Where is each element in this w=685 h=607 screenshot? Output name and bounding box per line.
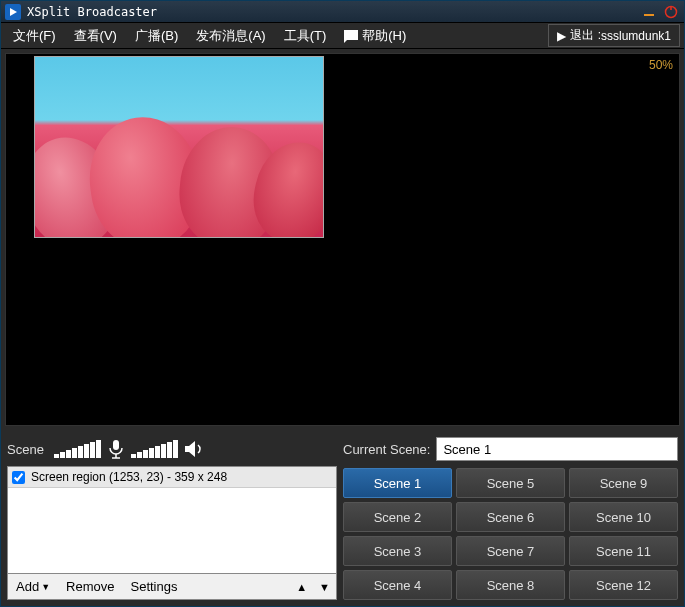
microphone-icon[interactable]: [107, 439, 125, 459]
current-scene-input[interactable]: [436, 437, 678, 461]
scene-button-3[interactable]: Scene 3: [343, 536, 452, 566]
svg-marker-7: [185, 441, 195, 457]
menu-help-label: 帮助(H): [362, 28, 406, 43]
app-icon: [5, 4, 21, 20]
bottom-panel: Scene Screen region (1253, 23) - 359 x 2…: [1, 430, 684, 606]
scene-heading: Scene: [7, 442, 44, 457]
scene-button-2[interactable]: Scene 2: [343, 502, 452, 532]
username-label: ssslumdunk1: [601, 29, 671, 43]
remove-label: Remove: [66, 579, 114, 594]
menubar: 文件(F) 查看(V) 广播(B) 发布消息(A) 工具(T) 帮助(H) ▶退…: [1, 23, 684, 49]
source-item[interactable]: Screen region (1253, 23) - 359 x 248: [8, 467, 336, 488]
move-down-button[interactable]: ▼: [313, 581, 336, 593]
scene-button-4[interactable]: Scene 4: [343, 570, 452, 600]
settings-label: Settings: [130, 579, 177, 594]
chat-icon: [344, 30, 358, 40]
menu-view[interactable]: 查看(V): [66, 24, 125, 48]
menu-file[interactable]: 文件(F): [5, 24, 64, 48]
minimize-button[interactable]: [640, 4, 658, 20]
sources-panel: Scene Screen region (1253, 23) - 359 x 2…: [7, 436, 337, 600]
current-scene-label: Current Scene:: [343, 442, 430, 457]
svg-marker-0: [10, 8, 17, 16]
menu-help[interactable]: 帮助(H): [336, 24, 414, 48]
scene-button-11[interactable]: Scene 11: [569, 536, 678, 566]
remove-source-button[interactable]: Remove: [58, 574, 122, 599]
preview-area[interactable]: 50%: [5, 53, 680, 426]
scene-button-8[interactable]: Scene 8: [456, 570, 565, 600]
move-up-button[interactable]: ▲: [290, 581, 313, 593]
source-settings-button[interactable]: Settings: [122, 574, 185, 599]
svg-rect-4: [113, 440, 119, 450]
scene-grid: Scene 1Scene 5Scene 9Scene 2Scene 6Scene…: [343, 468, 678, 600]
caret-down-icon: ▼: [41, 582, 50, 592]
current-scene-row: Current Scene:: [343, 436, 678, 462]
scene-button-10[interactable]: Scene 10: [569, 502, 678, 532]
menu-broadcast[interactable]: 广播(B): [127, 24, 186, 48]
menu-publish[interactable]: 发布消息(A): [188, 24, 273, 48]
source-toolbar: Add▼ Remove Settings ▲ ▼: [7, 574, 337, 600]
add-source-button[interactable]: Add▼: [8, 574, 58, 599]
source-item-label: Screen region (1253, 23) - 359 x 248: [31, 470, 227, 484]
play-icon: ▶: [557, 29, 566, 43]
source-list[interactable]: Screen region (1253, 23) - 359 x 248: [7, 466, 337, 574]
mic-vu-meter[interactable]: [54, 440, 101, 458]
scene-button-9[interactable]: Scene 9: [569, 468, 678, 498]
scene-button-12[interactable]: Scene 12: [569, 570, 678, 600]
close-button[interactable]: [662, 4, 680, 20]
audio-row: Scene: [7, 436, 337, 462]
scene-button-1[interactable]: Scene 1: [343, 468, 452, 498]
add-label: Add: [16, 579, 39, 594]
speaker-vu-meter[interactable]: [131, 440, 178, 458]
scenes-panel: Current Scene: Scene 1Scene 5Scene 9Scen…: [343, 436, 678, 600]
source-visibility-checkbox[interactable]: [12, 471, 25, 484]
preview-source-thumbnail[interactable]: [34, 56, 324, 238]
svg-rect-3: [670, 6, 672, 10]
speaker-icon[interactable]: [184, 440, 204, 458]
zoom-level: 50%: [649, 58, 673, 72]
app-window: XSplit Broadcaster 文件(F) 查看(V) 广播(B) 发布消…: [0, 0, 685, 607]
scene-button-7[interactable]: Scene 7: [456, 536, 565, 566]
menu-tools[interactable]: 工具(T): [276, 24, 335, 48]
titlebar: XSplit Broadcaster: [1, 1, 684, 23]
window-title: XSplit Broadcaster: [27, 5, 640, 19]
svg-rect-1: [644, 14, 654, 16]
scene-button-6[interactable]: Scene 6: [456, 502, 565, 532]
scene-button-5[interactable]: Scene 5: [456, 468, 565, 498]
logout-label: 退出 :: [570, 27, 601, 44]
logout-button[interactable]: ▶退出 : ssslumdunk1: [548, 24, 680, 47]
